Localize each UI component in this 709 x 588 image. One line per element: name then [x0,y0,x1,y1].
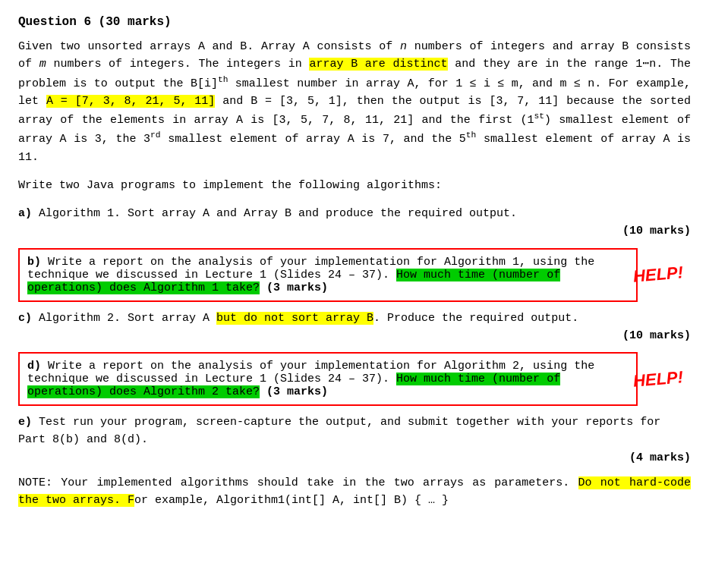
note-prefix: NOTE: Your implemented algorithms should… [18,476,578,489]
highlight-array-a: A = [7, 3, 8, 21, 5, 11] [46,95,215,108]
part-a: a) Algorithm 1. Sort array A and Array B… [18,205,691,241]
part-c-marks: (10 marks) [18,327,691,344]
write-line: Write two Java programs to implement the… [18,177,691,194]
highlight-array-b-distinct: array B are distinct [309,58,447,71]
part-c-label: c) [18,312,32,325]
part-b-box: b) Write a report on the analysis of you… [18,248,638,302]
part-e-marks: (4 marks) [18,449,691,467]
part-c-text-pre: Algorithm 2. Sort array A [32,312,216,325]
part-d-help: HELP! [632,367,684,391]
st-superscript: st [534,112,545,121]
part-d-marks: (3 marks) [266,385,328,398]
intro-text-1: Given two unsorted arrays A and B. Array… [18,40,400,53]
note-suffix: or example, Algorithm1(int[] A, int[] B)… [134,494,449,507]
part-d-box: d) Write a report on the analysis of you… [18,352,638,406]
part-d-label: d) [27,360,41,373]
part-c-highlight: but do not sort array B [216,312,373,325]
part-b-marks: (3 marks) [266,281,328,294]
part-c-text-post: . Produce the required output. [373,312,578,325]
part-a-label: a) [18,207,32,220]
intro-n: n [400,40,407,53]
part-e-text: Test run your program, screen-capture th… [18,416,660,446]
part-b-content: b) Write a report on the analysis of you… [27,256,629,294]
part-e: e) Test run your program, screen-capture… [18,413,691,467]
part-a-marks: (10 marks) [18,222,691,240]
th-superscript: th [218,75,228,84]
note-section: NOTE: Your implemented algorithms should… [18,474,691,510]
question-title: Question 6 (30 marks) [18,15,691,29]
part-d-content: d) Write a report on the analysis of you… [27,360,629,398]
intro-text-3: numbers of integers. The integers in [46,58,310,71]
intro-text-8: smallest element of array A is 7, and th… [161,133,466,146]
intro-m: m [39,58,46,71]
part-b-label: b) [27,256,41,269]
intro-paragraph: Given two unsorted arrays A and B. Array… [18,38,691,166]
part-b-help: HELP! [632,263,684,287]
part-c: c) Algorithm 2. Sort array A but do not … [18,310,691,345]
part-e-label: e) [18,416,32,429]
th2-superscript: th [466,130,477,140]
part-a-text: Algorithm 1. Sort array A and Array B an… [32,207,517,220]
rd-superscript: rd [150,130,161,140]
